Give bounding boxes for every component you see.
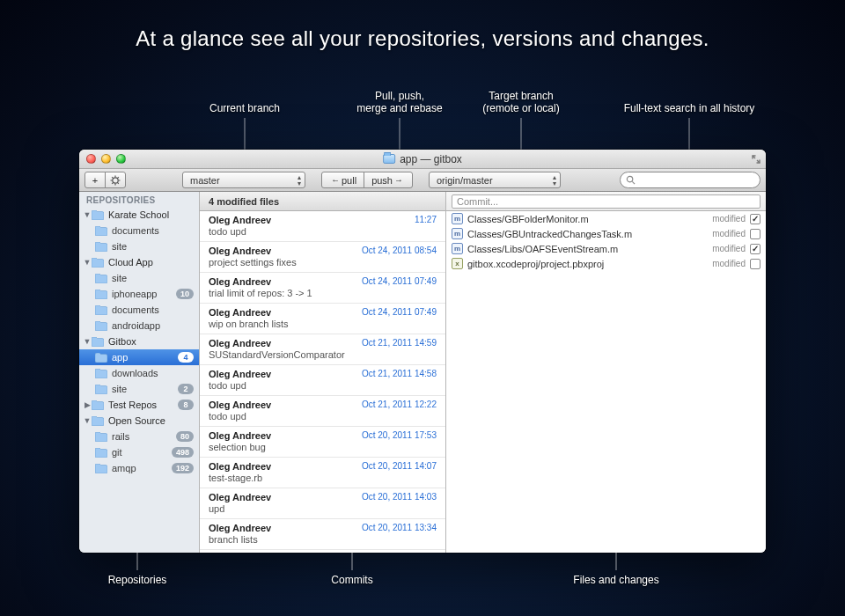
search-input[interactable] [620,172,760,188]
svg-point-0 [113,177,118,182]
sidebar-group[interactable]: ▼Open Source [79,413,199,429]
sidebar-item[interactable]: git498 [79,444,199,460]
callout-pull-push: Pull, push,merge and rebase [356,90,442,114]
pull-button[interactable]: ←pull [321,172,364,188]
disclosure-triangle-icon[interactable]: ▼ [83,210,92,219]
app-window: app — gitbox + master ▴▾ ←pull push→ ori… [79,150,766,553]
sidebar-item[interactable]: app4 [79,349,199,365]
stage-checkbox[interactable] [750,214,760,224]
disclosure-triangle-icon[interactable]: ▼ [83,337,92,346]
commit-row[interactable]: Oleg Andreevtodo updOct 21, 2011 14:58 [200,365,445,396]
svg-line-7 [117,177,118,178]
minimize-icon[interactable] [101,154,111,164]
sidebar-item[interactable]: rails80 [79,429,199,444]
folder-icon [383,154,395,164]
changes-column: Commit... mClasses/GBFolderMonitor.mmodi… [446,192,766,553]
commit-row[interactable]: Oleg Andreevtrial limit of repos: 3 -> 1… [200,273,445,304]
sidebar-group[interactable]: ▼Karate School [79,207,199,223]
svg-line-10 [632,181,635,184]
fullscreen-icon[interactable] [752,154,760,163]
commit-row[interactable]: Oleg Andreevproject settings fixesOct 24… [200,242,445,273]
sidebar-item[interactable]: site [79,270,199,286]
titlebar: app — gitbox [79,150,766,169]
file-row[interactable]: xgitbox.xcodeproj/project.pbxprojmodifie… [446,256,766,271]
sidebar-item[interactable]: documents [79,223,199,238]
disclosure-triangle-icon[interactable]: ▶ [83,400,92,409]
commits-column: 4 modified files Oleg Andreevtodo upd11:… [200,192,446,553]
stage-checkbox[interactable] [750,244,760,254]
sidebar-item[interactable]: site [79,238,199,254]
commit-message-input[interactable]: Commit... [452,194,760,209]
sidebar-item[interactable]: iphoneapp10 [79,286,199,302]
file-type-icon: x [452,258,463,269]
branch-select[interactable]: master ▴▾ [182,172,305,188]
file-row[interactable]: mClasses/GBUntrackedChangesTask.mmodifie… [446,226,766,241]
sidebar-item[interactable]: site2 [79,381,199,397]
sidebar-item[interactable]: downloads [79,365,199,381]
remote-branch-select[interactable]: origin/master ▴▾ [429,172,561,188]
commit-row[interactable]: Oleg Andreevbranch listsOct 20, 2011 13:… [200,519,445,550]
commit-row[interactable]: Oleg Andreevwip on branch listsOct 24, 2… [200,304,445,334]
commit-row[interactable]: Oleg Andreevtodo updOct 21, 2011 12:22 [200,396,445,427]
sidebar-section-header: REPOSITORIES [79,192,199,207]
stage-checkbox[interactable] [750,259,760,269]
push-button[interactable]: push→ [364,172,413,188]
commit-row[interactable]: Oleg Andreevselection bugOct 20, 2011 17… [200,427,445,458]
sidebar-item[interactable]: documents [79,302,199,318]
disclosure-triangle-icon[interactable]: ▼ [83,258,92,267]
search-icon [626,175,636,185]
file-type-icon: m [452,243,463,254]
file-type-icon: m [452,213,463,224]
gear-icon [110,175,121,186]
commit-row[interactable]: Oleg Andreevtodo upd11:27 [200,211,445,242]
add-button[interactable]: + [84,172,106,188]
disclosure-triangle-icon[interactable]: ▼ [83,416,92,425]
callout-repositories: Repositories [108,574,167,586]
callout-current-branch: Current branch [209,102,280,114]
close-icon[interactable] [86,154,96,164]
commit-row[interactable]: Oleg AndreevSUStandardVersionComparatorO… [200,334,445,365]
zoom-icon[interactable] [116,154,126,164]
commit-row[interactable]: Oleg Andreevtest-stage.rbOct 20, 2011 14… [200,458,445,488]
sidebar: REPOSITORIES ▼Karate Schooldocumentssite… [79,192,200,553]
callout-search: Full-text search in all history [624,102,755,114]
commit-row[interactable]: Oleg AndreevOct 20, 2011 11:35 [200,550,445,553]
svg-line-6 [117,182,118,183]
commits-header: 4 modified files [200,192,445,211]
callout-files: Files and changes [573,574,658,586]
file-row[interactable]: mClasses/GBFolderMonitor.mmodified [446,211,766,226]
chevrons-icon: ▴▾ [553,174,556,187]
sidebar-item[interactable]: androidapp [79,318,199,334]
svg-line-8 [112,182,113,183]
svg-line-5 [112,177,113,178]
sidebar-group[interactable]: ▶Test Repos8 [79,397,199,413]
sidebar-item[interactable]: amqp192 [79,460,199,476]
sidebar-group[interactable]: ▼Cloud App [79,254,199,270]
stage-checkbox[interactable] [750,229,760,239]
toolbar: + master ▴▾ ←pull push→ origin/master ▴▾ [79,169,766,192]
callout-commits: Commits [331,574,372,586]
headline: At a glance see all your repositories, v… [0,26,845,51]
sidebar-group[interactable]: ▼Gitbox [79,334,199,349]
chevrons-icon: ▴▾ [298,174,301,187]
callout-target-branch: Target branch(remote or local) [482,90,559,114]
commit-row[interactable]: Oleg AndreevupdOct 20, 2011 14:03 [200,488,445,519]
svg-point-9 [627,176,632,181]
file-type-icon: m [452,228,463,239]
settings-button[interactable] [105,172,126,188]
file-row[interactable]: mClasses/Libs/OAFSEventStream.mmodified [446,241,766,256]
window-title: app — gitbox [400,153,462,165]
